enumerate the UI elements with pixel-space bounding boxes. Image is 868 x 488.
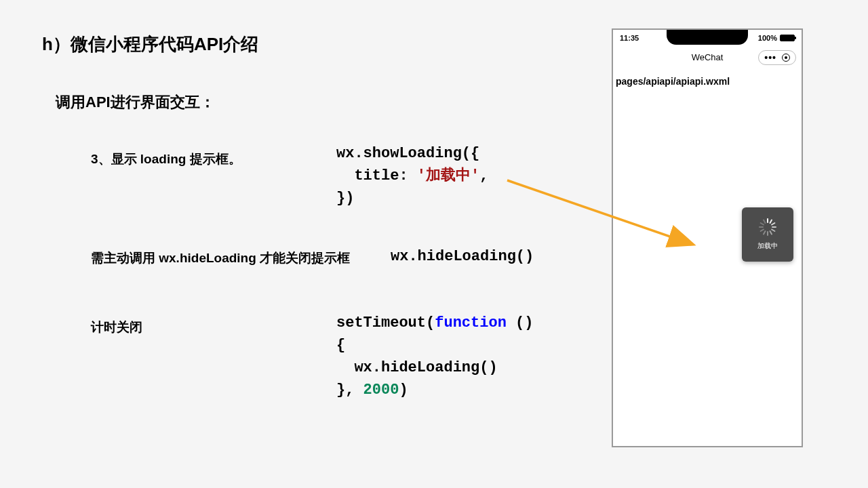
status-bar: 11:35 100% <box>613 30 802 47</box>
capsule-button[interactable]: ••• <box>758 50 796 65</box>
page-path: pages/apiapi/apiapi.wxml <box>616 76 730 87</box>
code-string: '加载中' <box>417 167 479 184</box>
code-text: title: <box>336 167 417 184</box>
nav-title: WeChat <box>692 52 724 62</box>
battery-text: 100% <box>758 34 777 42</box>
more-icon[interactable]: ••• <box>764 53 776 62</box>
battery-icon <box>780 35 795 41</box>
code-text: }) <box>336 190 354 207</box>
phone-mockup: 11:35 100% WeChat ••• pages/apiapi/apiap… <box>612 28 803 447</box>
close-icon[interactable] <box>782 54 790 62</box>
code-text: () <box>507 314 534 331</box>
code-text: wx.showLoading({ <box>336 145 479 162</box>
code-number: 2000 <box>363 382 399 399</box>
code-settimeout: setTimeout(function () { wx.hideLoading(… <box>336 312 533 401</box>
bullet-3: 3、显示 loading 提示框。 <box>91 150 241 168</box>
loading-toast: 加载中 <box>742 207 793 262</box>
slide-heading: h）微信小程序代码API介绍 <box>42 33 258 56</box>
code-show-loading: wx.showLoading({ title: '加载中', }) <box>336 142 488 209</box>
slide-subheading: 调用API进行界面交互： <box>56 92 215 113</box>
code-hide-loading: wx.hideLoading() <box>391 248 534 265</box>
nav-bar: WeChat ••• <box>613 47 802 68</box>
code-text: { <box>336 337 345 354</box>
status-battery: 100% <box>758 34 795 42</box>
code-text: wx.hideLoading() <box>336 359 498 376</box>
code-keyword: function <box>435 314 507 331</box>
status-time: 11:35 <box>620 34 639 42</box>
spinner-icon <box>759 218 776 236</box>
toast-label: 加载中 <box>757 241 778 251</box>
code-text: setTimeout( <box>336 314 435 331</box>
code-text: }, <box>336 382 363 399</box>
bullet-timer: 计时关闭 <box>91 319 142 336</box>
bullet-hide: 需主动调用 wx.hideLoading 才能关闭提示框 <box>91 249 350 267</box>
code-text: , <box>479 167 488 184</box>
code-text: ) <box>399 382 408 399</box>
